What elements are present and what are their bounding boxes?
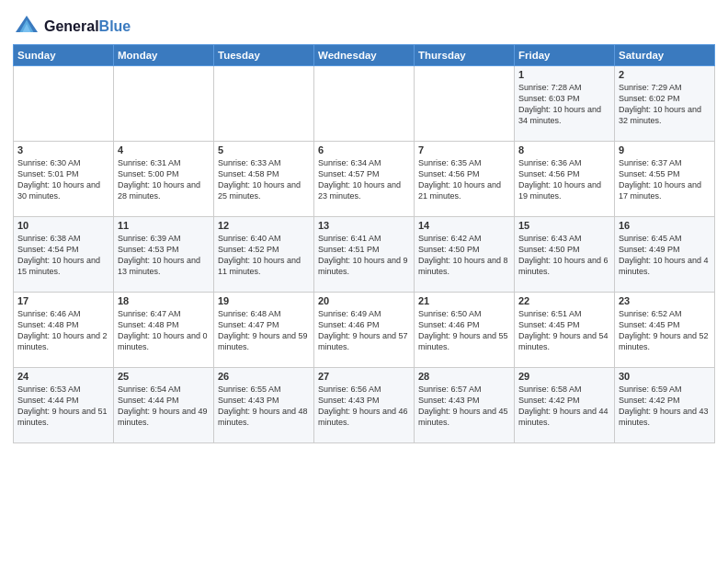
day-number: 22 [518,295,610,306]
calendar-cell: 26Sunrise: 6:55 AM Sunset: 4:43 PM Dayli… [214,368,314,443]
weekday-header-row: SundayMondayTuesdayWednesdayThursdayFrid… [14,45,715,66]
day-number: 26 [218,371,310,382]
day-number: 18 [118,295,210,306]
day-number: 20 [318,295,410,306]
day-number: 4 [118,144,210,155]
cell-info: Sunrise: 6:53 AM Sunset: 4:44 PM Dayligh… [17,384,109,429]
day-number: 5 [218,144,310,155]
day-number: 24 [17,371,109,382]
cell-info: Sunrise: 6:34 AM Sunset: 4:57 PM Dayligh… [318,157,410,202]
cell-info: Sunrise: 6:54 AM Sunset: 4:44 PM Dayligh… [118,384,210,429]
calendar-cell: 10Sunrise: 6:38 AM Sunset: 4:54 PM Dayli… [14,217,114,293]
calendar-cell: 16Sunrise: 6:45 AM Sunset: 4:49 PM Dayli… [615,217,715,293]
calendar-cell: 28Sunrise: 6:57 AM Sunset: 4:43 PM Dayli… [415,368,515,443]
day-number: 7 [418,144,510,155]
calendar-cell: 1Sunrise: 7:28 AM Sunset: 6:03 PM Daylig… [515,66,615,142]
calendar-cell: 18Sunrise: 6:47 AM Sunset: 4:48 PM Dayli… [114,293,214,368]
cell-info: Sunrise: 6:42 AM Sunset: 4:50 PM Dayligh… [418,233,510,278]
calendar-cell: 19Sunrise: 6:48 AM Sunset: 4:47 PM Dayli… [214,293,314,368]
day-number: 6 [318,144,410,155]
cell-info: Sunrise: 7:29 AM Sunset: 6:02 PM Dayligh… [619,82,711,127]
calendar-cell [214,66,314,142]
week-row-1: 3Sunrise: 6:30 AM Sunset: 5:01 PM Daylig… [14,142,715,217]
cell-info: Sunrise: 6:38 AM Sunset: 4:54 PM Dayligh… [17,233,109,278]
cell-info: Sunrise: 6:57 AM Sunset: 4:43 PM Dayligh… [418,384,510,429]
day-number: 10 [17,220,109,231]
week-row-2: 10Sunrise: 6:38 AM Sunset: 4:54 PM Dayli… [14,217,715,293]
week-row-0: 1Sunrise: 7:28 AM Sunset: 6:03 PM Daylig… [14,66,715,142]
day-number: 12 [218,220,310,231]
week-row-3: 17Sunrise: 6:46 AM Sunset: 4:48 PM Dayli… [14,293,715,368]
calendar-cell [415,66,515,142]
calendar-table: SundayMondayTuesdayWednesdayThursdayFrid… [13,44,715,443]
calendar-cell: 30Sunrise: 6:59 AM Sunset: 4:42 PM Dayli… [615,368,715,443]
day-number: 21 [418,295,510,306]
cell-info: Sunrise: 6:52 AM Sunset: 4:45 PM Dayligh… [619,308,711,353]
day-number: 9 [619,144,711,155]
cell-info: Sunrise: 6:50 AM Sunset: 4:46 PM Dayligh… [418,308,510,353]
calendar-cell [314,66,415,142]
day-number: 8 [518,144,610,155]
cell-info: Sunrise: 6:30 AM Sunset: 5:01 PM Dayligh… [17,157,109,202]
cell-info: Sunrise: 6:46 AM Sunset: 4:48 PM Dayligh… [17,308,109,353]
page-container: GeneralBlue SundayMondayTuesdayWednesday… [0,0,728,563]
cell-info: Sunrise: 6:39 AM Sunset: 4:53 PM Dayligh… [118,233,210,278]
calendar-cell: 25Sunrise: 6:54 AM Sunset: 4:44 PM Dayli… [114,368,214,443]
calendar-cell [14,66,114,142]
calendar-cell [114,66,214,142]
calendar-cell: 4Sunrise: 6:31 AM Sunset: 5:00 PM Daylig… [114,142,214,217]
cell-info: Sunrise: 6:45 AM Sunset: 4:49 PM Dayligh… [619,233,711,278]
cell-info: Sunrise: 6:51 AM Sunset: 4:45 PM Dayligh… [518,308,610,353]
cell-info: Sunrise: 6:59 AM Sunset: 4:42 PM Dayligh… [619,384,711,429]
calendar-cell: 14Sunrise: 6:42 AM Sunset: 4:50 PM Dayli… [415,217,515,293]
weekday-header-wednesday: Wednesday [314,45,415,66]
cell-info: Sunrise: 6:47 AM Sunset: 4:48 PM Dayligh… [118,308,210,353]
day-number: 29 [518,371,610,382]
cell-info: Sunrise: 6:48 AM Sunset: 4:47 PM Dayligh… [218,308,310,353]
day-number: 13 [318,220,410,231]
cell-info: Sunrise: 7:28 AM Sunset: 6:03 PM Dayligh… [518,82,610,127]
calendar-cell: 8Sunrise: 6:36 AM Sunset: 4:56 PM Daylig… [515,142,615,217]
header: GeneralBlue [13,9,715,40]
cell-info: Sunrise: 6:37 AM Sunset: 4:55 PM Dayligh… [619,157,711,202]
weekday-header-thursday: Thursday [415,45,515,66]
cell-info: Sunrise: 6:36 AM Sunset: 4:56 PM Dayligh… [518,157,610,202]
week-row-4: 24Sunrise: 6:53 AM Sunset: 4:44 PM Dayli… [14,368,715,443]
day-number: 1 [518,69,610,80]
day-number: 3 [17,144,109,155]
day-number: 15 [518,220,610,231]
weekday-header-sunday: Sunday [14,45,114,66]
logo-text: GeneralBlue [44,18,131,35]
calendar-cell: 12Sunrise: 6:40 AM Sunset: 4:52 PM Dayli… [214,217,314,293]
cell-info: Sunrise: 6:41 AM Sunset: 4:51 PM Dayligh… [318,233,410,278]
calendar-cell: 15Sunrise: 6:43 AM Sunset: 4:50 PM Dayli… [515,217,615,293]
day-number: 19 [218,295,310,306]
day-number: 16 [619,220,711,231]
day-number: 14 [418,220,510,231]
cell-info: Sunrise: 6:49 AM Sunset: 4:46 PM Dayligh… [318,308,410,353]
cell-info: Sunrise: 6:33 AM Sunset: 4:58 PM Dayligh… [218,157,310,202]
calendar-cell: 9Sunrise: 6:37 AM Sunset: 4:55 PM Daylig… [615,142,715,217]
calendar-cell: 3Sunrise: 6:30 AM Sunset: 5:01 PM Daylig… [14,142,114,217]
calendar-cell: 24Sunrise: 6:53 AM Sunset: 4:44 PM Dayli… [14,368,114,443]
cell-info: Sunrise: 6:31 AM Sunset: 5:00 PM Dayligh… [118,157,210,202]
logo-icon [13,13,40,40]
day-number: 11 [118,220,210,231]
calendar-cell: 6Sunrise: 6:34 AM Sunset: 4:57 PM Daylig… [314,142,415,217]
calendar-cell: 20Sunrise: 6:49 AM Sunset: 4:46 PM Dayli… [314,293,415,368]
cell-info: Sunrise: 6:35 AM Sunset: 4:56 PM Dayligh… [418,157,510,202]
calendar-cell: 29Sunrise: 6:58 AM Sunset: 4:42 PM Dayli… [515,368,615,443]
calendar-cell: 13Sunrise: 6:41 AM Sunset: 4:51 PM Dayli… [314,217,415,293]
weekday-header-monday: Monday [114,45,214,66]
calendar-cell: 22Sunrise: 6:51 AM Sunset: 4:45 PM Dayli… [515,293,615,368]
day-number: 27 [318,371,410,382]
cell-info: Sunrise: 6:56 AM Sunset: 4:43 PM Dayligh… [318,384,410,429]
day-number: 30 [619,371,711,382]
logo: GeneralBlue [13,13,131,40]
cell-info: Sunrise: 6:58 AM Sunset: 4:42 PM Dayligh… [518,384,610,429]
cell-info: Sunrise: 6:40 AM Sunset: 4:52 PM Dayligh… [218,233,310,278]
day-number: 2 [619,69,711,80]
cell-info: Sunrise: 6:43 AM Sunset: 4:50 PM Dayligh… [518,233,610,278]
cell-info: Sunrise: 6:55 AM Sunset: 4:43 PM Dayligh… [218,384,310,429]
day-number: 25 [118,371,210,382]
